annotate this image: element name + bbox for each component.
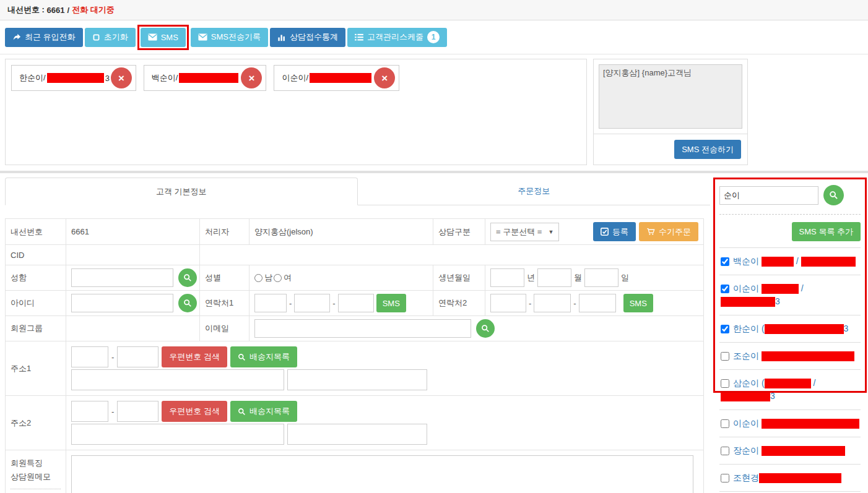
phone2-part3-input[interactable] (579, 294, 616, 312)
recipient-checkbox[interactable] (721, 474, 729, 482)
id-search-button[interactable] (178, 294, 197, 312)
cart-icon (646, 228, 655, 236)
tab-bar: 고객 기본정보 주문정보 (5, 178, 710, 205)
recipient-chips-container: 한순이/3×백순이/×이순이/× (5, 59, 587, 165)
sms-list-item[interactable]: 한순이 (3 (719, 315, 861, 342)
sms-list-add-button[interactable]: SMS 목록 추가 (792, 222, 861, 241)
addr2-detail-input[interactable] (287, 424, 427, 445)
list-item-text: 3 (775, 296, 780, 306)
tab-order-info[interactable]: 주문정보 (358, 178, 711, 205)
recipient-search-button[interactable] (823, 185, 844, 205)
close-icon: × (118, 73, 124, 84)
sms-button[interactable]: SMS (141, 28, 186, 47)
sms-list-item[interactable]: 삼순이 ( /3 (719, 369, 861, 409)
addr1-post2-input[interactable] (117, 346, 158, 367)
chip-remove-button[interactable]: × (111, 67, 132, 88)
sms-list-item[interactable]: 장순이 (719, 437, 861, 464)
redacted-text (759, 473, 841, 483)
phone1-part1-input[interactable] (254, 294, 287, 312)
customer-schedule-button[interactable]: 고객관리스케줄 1 (347, 28, 447, 47)
addr1-postcode-search-button[interactable]: 우편번호 검색 (162, 346, 227, 367)
register-button[interactable]: 등록 (593, 222, 636, 241)
field-label-phone1: 연락처1 (200, 291, 250, 316)
list-item-text: 3 (770, 391, 775, 401)
field-value-extension: 6661 (66, 219, 200, 245)
field-label-member-group: 회원그룹 (6, 316, 66, 341)
reset-button[interactable]: 초기화 (85, 28, 136, 47)
addr2-delivery-list-button[interactable]: 배송지목록 (230, 401, 297, 422)
dash: - (332, 299, 335, 308)
recipient-checkbox[interactable] (721, 419, 729, 428)
field-label-id: 아이디 (6, 291, 66, 316)
birth-day-input[interactable] (584, 268, 618, 287)
list-item-text: ( (759, 378, 765, 388)
email-input[interactable] (254, 319, 471, 338)
sms-list-item[interactable]: 이순이 (719, 409, 861, 437)
recipient-checkbox[interactable] (721, 447, 729, 455)
recipient-name: 조현경 (733, 473, 759, 482)
addr1-post1-input[interactable] (71, 346, 108, 367)
consult-stats-button[interactable]: 상담접수통계 (270, 28, 345, 47)
recipient-search-input[interactable] (719, 186, 818, 205)
recipient-checkbox[interactable] (721, 352, 729, 361)
recent-calls-button[interactable]: 최근 유입전화 (5, 28, 83, 47)
reset-label: 초기화 (104, 32, 128, 43)
customer-form-table: 내선번호 6661 처리자 양지홍삼(jelson) 상담구분 = 구분선택 =… (5, 218, 704, 493)
sms-list-item[interactable]: 조순이 (719, 342, 861, 369)
redacted-text (721, 392, 770, 401)
search-icon (829, 191, 838, 200)
email-search-button[interactable] (476, 319, 495, 338)
dash: - (529, 299, 531, 308)
dash: - (111, 353, 114, 362)
name-search-button[interactable] (178, 268, 197, 287)
gender-female-radio[interactable] (274, 274, 282, 282)
recipient-checkbox[interactable] (721, 257, 729, 266)
memo-label-line2: 상담원메모 (11, 472, 51, 481)
birth-year-input[interactable] (490, 268, 524, 287)
manual-order-button[interactable]: 수기주문 (639, 222, 698, 241)
sms-list-item[interactable]: 백순이 / (719, 247, 861, 275)
envelope-icon (198, 33, 207, 41)
phone2-sms-button[interactable]: SMS (623, 294, 653, 312)
addr1-delivery-list-button[interactable]: 배송지목록 (230, 346, 297, 367)
phone1-sms-button[interactable]: SMS (376, 294, 406, 312)
addr2-post1-input[interactable] (71, 401, 108, 422)
field-label-address2: 주소2 (6, 396, 66, 450)
addr2-postcode-search-button[interactable]: 우편번호 검색 (162, 401, 227, 422)
sms-history-button[interactable]: SMS전송기록 (191, 28, 268, 47)
tab-customer-basic-info[interactable]: 고객 기본정보 (5, 178, 358, 205)
memo-textarea[interactable] (71, 455, 693, 493)
sms-message-textarea[interactable]: [양지홍삼] {name}고객님 (599, 64, 742, 129)
addr2-delivery-list-label: 배송지목록 (250, 406, 290, 417)
compose-actions: SMS 전송하기 (594, 134, 747, 165)
dash: - (289, 299, 292, 308)
addr2-post2-input[interactable] (117, 401, 158, 422)
addr2-line-input[interactable] (71, 424, 284, 445)
search-icon (183, 273, 192, 282)
recipient-checkbox[interactable] (721, 379, 729, 388)
recipient-checkbox[interactable] (721, 285, 729, 293)
sms-list-item[interactable]: 조현경 (719, 464, 861, 491)
id-input[interactable] (71, 294, 173, 312)
sms-recipient-panel: SMS 목록 추가 백순이 / 이순이 / 3한순이 (3조순이 삼순이 ( /… (713, 178, 867, 493)
consult-category-select[interactable]: = 구분선택 = ▼ (490, 223, 559, 241)
share-arrow-icon (12, 33, 21, 41)
sms-list-item[interactable]: 이순이 / 3 (719, 275, 861, 315)
recipient-name: 조순이 (733, 351, 759, 361)
phone2-part1-input[interactable] (490, 294, 526, 312)
chip-remove-button[interactable]: × (374, 67, 395, 88)
addr1-line-input[interactable] (71, 369, 284, 390)
sms-compose-box: [양지홍삼] {name}고객님 SMS 전송하기 (593, 59, 748, 165)
phone1-part2-input[interactable] (294, 294, 330, 312)
sms-send-button[interactable]: SMS 전송하기 (674, 140, 741, 159)
recipient-chip: 이순이/× (274, 65, 399, 91)
name-input[interactable] (71, 268, 173, 287)
chip-remove-button[interactable]: × (241, 67, 262, 88)
phone2-part2-input[interactable] (534, 294, 571, 312)
addr1-detail-input[interactable] (287, 369, 427, 390)
gender-male-radio[interactable] (254, 274, 263, 282)
phone1-part3-input[interactable] (338, 294, 374, 312)
redacted-text (762, 446, 845, 456)
recipient-checkbox[interactable] (721, 325, 729, 333)
birth-month-input[interactable] (537, 268, 571, 287)
